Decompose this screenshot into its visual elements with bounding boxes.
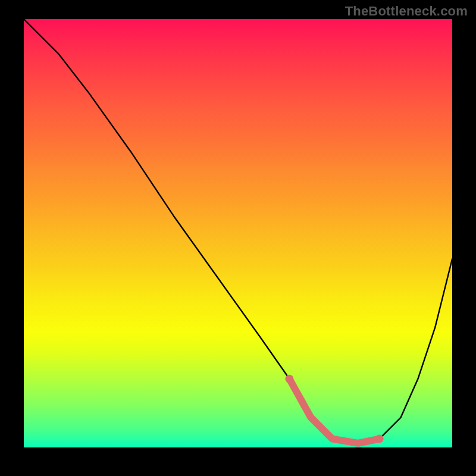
curve-svg	[24, 19, 452, 447]
watermark-text: TheBottleneck.com	[345, 4, 468, 19]
highlight-dot-end	[375, 435, 384, 443]
plot-area	[24, 19, 452, 447]
highlight-dot-start	[285, 375, 293, 383]
highlight-segment	[289, 379, 379, 443]
bottleneck-curve	[24, 19, 452, 443]
chart-container: TheBottleneck.com	[0, 0, 476, 476]
